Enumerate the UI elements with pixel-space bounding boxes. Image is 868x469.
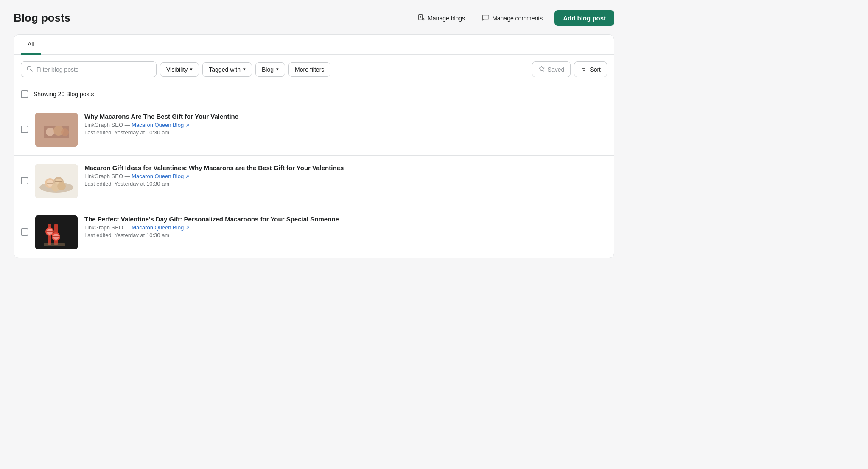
- post-row: Why Macarons Are The Best Gift for Your …: [14, 104, 614, 156]
- tagged-with-filter-button[interactable]: Tagged with ▾: [202, 62, 252, 77]
- blog-filter-button[interactable]: Blog ▾: [255, 62, 285, 77]
- post-checkbox-2[interactable]: [21, 228, 28, 236]
- svg-rect-36: [44, 243, 65, 246]
- more-filters-label: More filters: [295, 66, 324, 73]
- select-all-checkbox[interactable]: [21, 90, 28, 98]
- add-blog-post-button[interactable]: Add blog post: [554, 10, 614, 26]
- svg-marker-8: [539, 66, 544, 71]
- posts-list: Why Macarons Are The Best Gift for Your …: [14, 104, 614, 258]
- post-thumbnail-2: [35, 215, 78, 249]
- star-icon: [538, 65, 545, 73]
- showing-text: Showing 20 Blog posts: [34, 91, 94, 98]
- post-checkbox-0[interactable]: [21, 126, 28, 133]
- post-blog-link-1[interactable]: Macaron Queen Blog ↗: [132, 173, 189, 179]
- svg-line-7: [31, 70, 32, 71]
- tab-all[interactable]: All: [21, 35, 41, 55]
- blog-filter-label: Blog: [262, 66, 274, 73]
- post-date-0: Last edited: Yesterday at 10:30 am: [84, 129, 607, 136]
- visibility-filter-label: Visibility: [166, 66, 188, 73]
- post-info-2: The Perfect Valentine's Day Gift: Person…: [84, 215, 607, 238]
- post-thumbnail-0: [35, 113, 78, 147]
- search-input[interactable]: [36, 66, 151, 73]
- more-filters-button[interactable]: More filters: [288, 62, 330, 77]
- post-info-1: Macaron Gift Ideas for Valentines: Why M…: [84, 164, 607, 187]
- post-row: The Perfect Valentine's Day Gift: Person…: [14, 207, 614, 258]
- manage-comments-button[interactable]: Manage comments: [477, 10, 548, 26]
- tagged-with-filter-label: Tagged with: [209, 66, 241, 73]
- saved-button[interactable]: Saved: [532, 61, 571, 77]
- sort-icon: [580, 65, 587, 73]
- post-title-1: Macaron Gift Ideas for Valentines: Why M…: [84, 164, 607, 171]
- post-meta-2: LinkGraph SEO — Macaron Queen Blog ↗: [84, 224, 607, 231]
- post-checkbox-1[interactable]: [21, 177, 28, 184]
- post-row: Macaron Gift Ideas for Valentines: Why M…: [14, 156, 614, 207]
- post-date-1: Last edited: Yesterday at 10:30 am: [84, 181, 607, 187]
- post-title-0: Why Macarons Are The Best Gift for Your …: [84, 113, 607, 120]
- post-date-2: Last edited: Yesterday at 10:30 am: [84, 232, 607, 238]
- external-link-icon: ↗: [185, 174, 189, 179]
- post-meta-0: LinkGraph SEO — Macaron Queen Blog ↗: [84, 122, 607, 128]
- tabs-bar: All: [14, 35, 614, 55]
- visibility-filter-button[interactable]: Visibility ▾: [160, 62, 199, 77]
- blog-chevron-icon: ▾: [276, 67, 279, 72]
- external-link-icon: ↗: [185, 225, 189, 230]
- sort-label: Sort: [590, 66, 601, 73]
- main-card: All Visibility ▾ Tagged with ▾: [14, 34, 614, 258]
- post-meta-1: LinkGraph SEO — Macaron Queen Blog ↗: [84, 173, 607, 179]
- post-blog-link-0[interactable]: Macaron Queen Blog ↗: [132, 122, 189, 128]
- showing-row: Showing 20 Blog posts: [14, 84, 614, 104]
- filters-row: Visibility ▾ Tagged with ▾ Blog ▾ More f…: [14, 55, 614, 84]
- manage-comments-label: Manage comments: [492, 15, 543, 22]
- manage-blogs-icon: [417, 14, 425, 22]
- svg-point-26: [57, 182, 66, 190]
- svg-point-14: [46, 128, 54, 136]
- post-info-0: Why Macarons Are The Best Gift for Your …: [84, 113, 607, 136]
- post-thumbnail-1: [35, 164, 78, 198]
- page-title: Blog posts: [14, 11, 70, 25]
- manage-blogs-button[interactable]: Manage blogs: [412, 10, 470, 26]
- svg-point-16: [61, 128, 69, 136]
- search-box: [21, 61, 157, 77]
- search-icon: [26, 65, 33, 73]
- saved-label: Saved: [548, 66, 565, 73]
- external-link-icon: ↗: [185, 123, 189, 128]
- manage-blogs-label: Manage blogs: [428, 15, 465, 22]
- visibility-chevron-icon: ▾: [190, 67, 193, 72]
- tagged-with-chevron-icon: ▾: [243, 67, 246, 72]
- page-header: Blog posts Manage blogs: [14, 10, 614, 26]
- manage-comments-icon: [482, 14, 490, 22]
- header-actions: Manage blogs Manage comments Add blog po…: [412, 10, 614, 26]
- sort-button[interactable]: Sort: [574, 61, 607, 77]
- post-blog-link-2[interactable]: Macaron Queen Blog ↗: [132, 224, 189, 231]
- post-title-2: The Perfect Valentine's Day Gift: Person…: [84, 215, 607, 223]
